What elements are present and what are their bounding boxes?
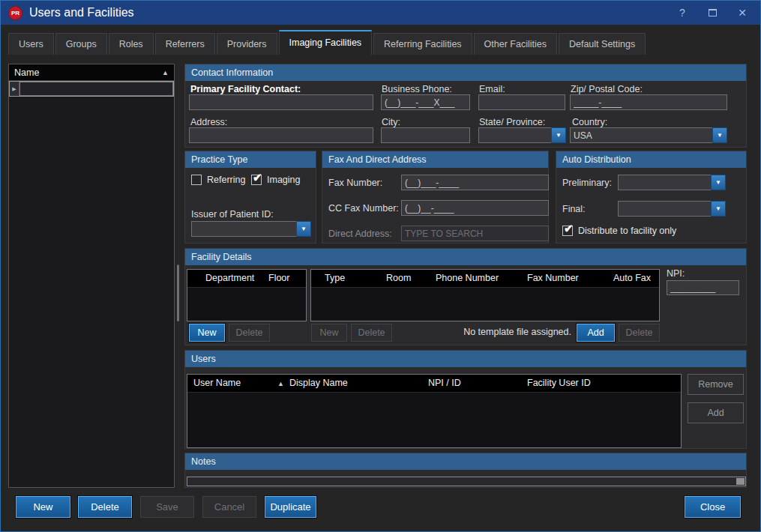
template-add-button[interactable]: Add xyxy=(577,324,615,342)
state-province-input[interactable] xyxy=(478,127,551,143)
department-delete-button[interactable]: Delete xyxy=(229,324,270,342)
tab-groups[interactable]: Groups xyxy=(55,33,107,55)
preliminary-dropdown-button[interactable]: ▼ xyxy=(711,175,726,190)
primary-facility-contact-label: Primary Facility Contact: xyxy=(190,84,301,94)
locations-grid: Type Room Phone Number Fax Number Auto F… xyxy=(310,269,660,321)
tab-referrers[interactable]: Referrers xyxy=(155,33,215,55)
email-input[interactable] xyxy=(478,94,565,110)
direct-address-input[interactable] xyxy=(401,226,549,241)
state-province-combobox: ▼ xyxy=(478,127,566,143)
notes-section-header: Notes xyxy=(185,453,746,470)
location-new-button[interactable]: New xyxy=(311,324,347,342)
room-column-header[interactable]: Room xyxy=(386,273,411,283)
users-grid: User Name ▲ Display Name NPI / ID Facili… xyxy=(187,374,682,448)
facility-details-section: Facility Details Department Floor Type R… xyxy=(184,248,747,345)
maximize-icon xyxy=(709,9,717,16)
facility-details-header: Facility Details xyxy=(185,249,746,265)
sort-asc-icon: ▲ xyxy=(162,69,169,76)
department-column-header[interactable]: Department xyxy=(205,273,254,283)
facility-user-id-column-header[interactable]: Facility User ID xyxy=(527,378,591,388)
issuer-dropdown-button[interactable]: ▼ xyxy=(296,221,311,237)
phone-number-column-header[interactable]: Phone Number xyxy=(436,273,499,283)
final-dropdown-button[interactable]: ▼ xyxy=(711,201,726,217)
final-input[interactable] xyxy=(618,201,711,217)
new-facility-button[interactable]: New xyxy=(16,496,70,518)
state-province-label: State/ Province: xyxy=(479,117,545,127)
npi-id-column-header[interactable]: NPI / ID xyxy=(428,378,461,388)
type-column-header[interactable]: Type xyxy=(325,273,345,283)
notes-scrollbar[interactable] xyxy=(736,478,745,485)
distribute-checkbox-box: ✔ xyxy=(562,226,573,236)
row-indicator-icon: ▶ xyxy=(10,82,19,96)
duplicate-button[interactable]: Duplicate xyxy=(265,496,316,518)
template-delete-button[interactable]: Delete xyxy=(619,324,660,342)
users-grid-header: User Name ▲ Display Name NPI / ID Facili… xyxy=(187,375,681,393)
users-section: Users User Name ▲ Display Name NPI / ID … xyxy=(184,350,747,449)
direct-address-label: Direct Address: xyxy=(328,229,392,239)
check-icon: ✔ xyxy=(564,222,574,235)
notes-textarea[interactable] xyxy=(187,477,746,486)
address-input[interactable] xyxy=(189,127,373,143)
tab-imaging-facilities[interactable]: Imaging Facilities xyxy=(279,30,373,55)
business-phone-input[interactable] xyxy=(381,94,470,110)
tab-other-facilities[interactable]: Other Facilities xyxy=(474,33,557,55)
zip-postal-code-input[interactable] xyxy=(570,94,727,110)
country-combobox: ▼ xyxy=(570,127,727,143)
contact-information-header: Contact Information xyxy=(185,64,746,81)
city-label: City: xyxy=(382,117,400,127)
fax-number-input[interactable] xyxy=(401,175,549,190)
save-button[interactable]: Save xyxy=(140,496,194,518)
facility-list-row[interactable]: ▶ xyxy=(9,81,174,97)
titlebar[interactable]: PR Users and Facilities ? ✕ xyxy=(1,1,760,25)
referring-checkbox-box xyxy=(191,175,202,185)
facility-name-cell[interactable] xyxy=(19,82,173,96)
cancel-button[interactable]: Cancel xyxy=(202,496,256,518)
distribute-to-facility-only-checkbox[interactable]: ✔ Distribute to facility only xyxy=(562,226,676,236)
departments-grid-header: Department Floor xyxy=(187,270,306,288)
country-input[interactable] xyxy=(570,127,712,143)
npi-input[interactable] xyxy=(667,280,739,295)
add-user-button[interactable]: Add xyxy=(688,402,744,423)
tab-roles[interactable]: Roles xyxy=(109,33,154,55)
auto-distribution-section: Auto Distribution Preliminary: ▼ Final: … xyxy=(556,151,747,244)
floor-column-header[interactable]: Floor xyxy=(268,273,289,283)
fax-number-label: Fax Number: xyxy=(328,178,382,188)
app-logo-icon: PR xyxy=(8,6,22,20)
maximize-button[interactable] xyxy=(706,7,718,19)
delete-facility-button[interactable]: Delete xyxy=(78,496,132,518)
tab-users[interactable]: Users xyxy=(8,33,54,55)
imaging-checkbox[interactable]: ✔ Imaging xyxy=(251,175,300,185)
city-input[interactable] xyxy=(381,127,470,143)
fax-and-direct-address-section: Fax And Direct Address Fax Number: CC Fa… xyxy=(322,151,549,244)
facility-list-name-header[interactable]: Name ▲ xyxy=(9,64,174,81)
help-icon[interactable]: ? xyxy=(676,7,688,19)
close-button[interactable]: Close xyxy=(685,496,741,518)
state-province-dropdown-button[interactable]: ▼ xyxy=(551,127,566,143)
user-name-column-header[interactable]: User Name xyxy=(193,378,241,388)
department-new-button[interactable]: New xyxy=(189,324,225,342)
issuer-of-patient-id-label: Issuer of Patient ID: xyxy=(191,209,274,220)
panel-splitter[interactable] xyxy=(175,64,181,488)
country-dropdown-button[interactable]: ▼ xyxy=(712,127,727,143)
cc-fax-number-label: CC Fax Number: xyxy=(328,203,399,214)
location-delete-button[interactable]: Delete xyxy=(351,324,392,342)
close-window-button[interactable]: ✕ xyxy=(736,7,748,19)
preliminary-label: Preliminary: xyxy=(562,178,612,188)
display-name-column-header[interactable]: Display Name xyxy=(289,378,348,388)
auto-fax-column-header[interactable]: Auto Fax xyxy=(613,273,651,283)
imaging-checkbox-label: Imaging xyxy=(267,175,300,185)
referring-checkbox[interactable]: Referring xyxy=(191,175,245,185)
preliminary-input[interactable] xyxy=(618,175,711,190)
tab-referring-facilities[interactable]: Referring Facilities xyxy=(373,33,472,55)
zip-postal-code-label: Zip/ Postal Code: xyxy=(571,84,643,94)
address-label: Address: xyxy=(190,117,227,127)
issuer-of-patient-id-input[interactable] xyxy=(191,221,296,237)
fax-number-column-header[interactable]: Fax Number xyxy=(527,273,579,283)
users-section-header: Users xyxy=(185,351,746,367)
remove-user-button[interactable]: Remove xyxy=(688,374,744,395)
departments-grid: Department Floor xyxy=(187,269,307,321)
tab-default-settings[interactable]: Default Settings xyxy=(559,33,646,55)
primary-facility-contact-input[interactable] xyxy=(189,94,373,110)
cc-fax-number-input[interactable] xyxy=(401,200,549,216)
tab-providers[interactable]: Providers xyxy=(217,33,277,55)
